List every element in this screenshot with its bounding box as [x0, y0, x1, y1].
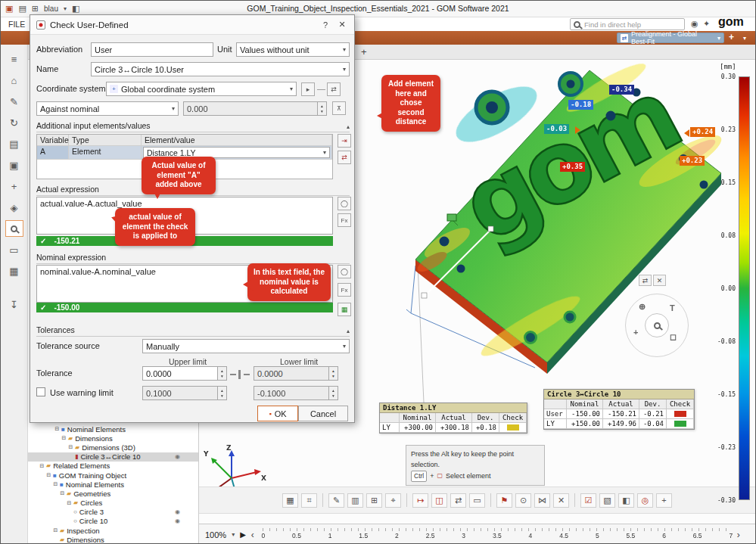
wheel-pan-icon[interactable]: + — [633, 328, 638, 337]
ok-button[interactable]: ▪OK — [257, 406, 298, 421]
stage-ruler[interactable]: 0 0.5 1 1.5 2 2.5 3 3.5 4 4.5 5 5.5 6 6.… — [263, 527, 732, 543]
tree-item[interactable]: ⊟▰Related Elements — [28, 462, 198, 471]
fit-view-icon[interactable]: ⌖ — [385, 493, 401, 508]
label-icon[interactable]: ▭ — [469, 493, 485, 508]
menu-icon[interactable]: ≡ — [5, 51, 23, 67]
home-icon[interactable]: ⌂ — [5, 72, 23, 89]
link-tolerances-icon[interactable] — [230, 370, 250, 379]
spinner[interactable]: ▴▾ — [218, 386, 227, 400]
name-dropdown[interactable]: Circle 3↔Circle 10.User▾ — [91, 62, 350, 76]
tree-item[interactable]: ⊟■Nominal Elements — [28, 424, 198, 434]
tree-item[interactable]: ○Circle 10◉ — [28, 517, 198, 526]
expander-icon[interactable]: ⊟ — [52, 481, 59, 487]
against-nominal-value-input[interactable]: 0.000 — [183, 101, 318, 116]
measurement-icon[interactable]: ▣ — [5, 157, 23, 173]
tolerance-upper-input[interactable]: 0.0000 — [142, 366, 218, 381]
mesh-icon[interactable]: ◈ — [5, 199, 23, 216]
wheel-rect-icon[interactable]: ◻ — [670, 332, 677, 342]
value-table-button[interactable]: ▦ — [338, 303, 351, 316]
probe-icon[interactable]: + — [5, 178, 23, 194]
inspection-icon[interactable]: ▤ — [5, 135, 23, 152]
dialog-close-button[interactable]: ✕ — [336, 20, 348, 30]
report-icon[interactable]: ▭ — [5, 241, 23, 258]
expander-icon[interactable]: ⊟ — [54, 426, 61, 432]
visibility-eye-icon[interactable]: ◉ — [175, 508, 180, 515]
against-nominal-dropdown[interactable]: Against nominal▾ — [36, 101, 179, 116]
hint-bulb-icon[interactable]: ✦ — [703, 19, 710, 29]
new-tab-button[interactable]: + — [361, 46, 367, 58]
panel-layout-icon[interactable]: ◧ — [72, 4, 79, 14]
dialog-title-bar[interactable]: Check User-Defined ? ✕ — [30, 15, 354, 35]
unit-dropdown[interactable]: Values without unit▾ — [236, 42, 350, 57]
stage-prev-button[interactable]: ‹ — [251, 530, 254, 540]
timeline-zoom-dropdown[interactable]: 100% — [205, 530, 226, 539]
use-warning-limit-checkbox[interactable] — [36, 387, 45, 396]
tree-item[interactable]: ⊟▰Inspection — [28, 526, 198, 535]
element-reference-button[interactable]: ◯ — [338, 265, 351, 278]
expander-icon[interactable]: ⊟ — [45, 472, 52, 478]
wheel-text-tool[interactable]: T — [670, 303, 675, 312]
split-view-icon[interactable]: ◫ — [431, 493, 447, 508]
zoom-tool-icon[interactable] — [5, 220, 23, 237]
visibility-eye-icon[interactable]: ◉ — [175, 518, 180, 524]
section-additional-inputs[interactable]: Additional input elements/values▴ — [36, 121, 350, 132]
tolerance-lower-input[interactable]: 0.0000 — [254, 366, 329, 381]
relations-icon[interactable]: ⋈ — [534, 493, 550, 508]
menu-file[interactable]: FILE — [8, 20, 25, 29]
fx-function-button[interactable]: Fx — [338, 283, 351, 297]
point-icon[interactable]: ⊙ — [515, 493, 531, 508]
visibility-eye-icon[interactable]: ◉ — [175, 453, 180, 460]
lock-button[interactable]: ⊼ — [332, 101, 346, 115]
expander-icon[interactable]: ⊟ — [59, 490, 66, 496]
sync-icon[interactable]: ↻ — [5, 114, 23, 131]
spinner[interactable]: ▴▾ — [318, 101, 327, 116]
wheel-swap-button[interactable]: ⇄ — [639, 275, 652, 286]
view-options-icon[interactable]: ◉ — [691, 19, 698, 29]
pin-icon[interactable]: ↧ — [5, 296, 23, 312]
cancel-button[interactable]: Cancel — [298, 406, 348, 421]
spinner[interactable]: ▴▾ — [329, 386, 338, 400]
expander-icon[interactable]: ⊟ — [61, 435, 67, 441]
wheel-zoom-hub[interactable] — [645, 313, 669, 337]
expander-icon[interactable]: ⊟ — [52, 527, 59, 533]
spinner[interactable]: ▴▾ — [329, 366, 338, 381]
element-reference-button[interactable]: ◯ — [338, 197, 351, 210]
warning-lower-input[interactable]: -0.1000 — [254, 386, 329, 400]
tree-item[interactable]: ⊟■Nominal Elements — [28, 480, 198, 489]
project-material-label[interactable]: blau — [44, 5, 58, 13]
wheel-zoom-plus-icon[interactable]: ⊕ — [639, 302, 646, 312]
expander-icon[interactable]: ⊟ — [67, 444, 74, 450]
section-nominal-expression[interactable]: Nominal expression — [36, 253, 350, 264]
design-icon[interactable]: ✎ — [5, 93, 23, 110]
tree-item-selected[interactable]: ▮Circle 3↔Circle 10◉ — [28, 452, 198, 462]
expander-icon[interactable]: ⊟ — [66, 500, 73, 506]
tree-item[interactable]: ▰Dimensions — [28, 535, 198, 544]
ribbon-more-icon[interactable]: ▾ — [743, 35, 746, 42]
global-alignment-button[interactable]: ⇄ — [327, 82, 341, 96]
caret-down-icon[interactable]: ▾ — [64, 5, 67, 12]
display-icon[interactable]: ⌗ — [301, 493, 317, 508]
expander-icon[interactable]: ⊟ — [39, 463, 45, 469]
draw-icon[interactable]: ✎ — [328, 493, 344, 508]
section-tolerances[interactable]: Tolerances▴ — [36, 325, 350, 337]
caret-down-icon[interactable]: ▾ — [232, 531, 235, 538]
alignment-dropdown[interactable]: ⇄ Prealignment - Global Best-Fit ▾ — [617, 33, 724, 43]
help-search-input[interactable]: Find in direct help — [570, 18, 685, 30]
fx-function-button[interactable]: Fx — [338, 213, 351, 227]
spinner[interactable]: ▴▾ — [218, 366, 227, 381]
add-alignment-button[interactable]: + — [729, 32, 734, 42]
tree-item[interactable]: ⊟■GOM Training Object — [28, 471, 198, 480]
new-document-icon[interactable]: ⊞ — [32, 4, 39, 14]
abbreviation-input[interactable]: User — [91, 42, 213, 57]
local-alignment-button[interactable]: ▸ — [301, 82, 315, 96]
swap-input-element-button[interactable]: ⇄ — [338, 151, 351, 164]
tree-item[interactable]: ⊟▰Circles — [28, 499, 198, 508]
coordinate-system-dropdown[interactable]: +Global coordinate system▾ — [106, 82, 297, 96]
add-input-element-button[interactable]: ⇥ — [338, 134, 351, 148]
move-icon[interactable]: ↦ — [412, 493, 428, 508]
flag-icon[interactable]: ⚑ — [496, 493, 512, 508]
play-button[interactable]: ▶ — [240, 530, 246, 539]
wheel-close-button[interactable]: ✕ — [653, 275, 666, 286]
tree-item[interactable]: ⊟▰Dimensions — [28, 434, 198, 443]
tree-item[interactable]: ⊟▰Dimensions (3D) — [28, 443, 198, 452]
